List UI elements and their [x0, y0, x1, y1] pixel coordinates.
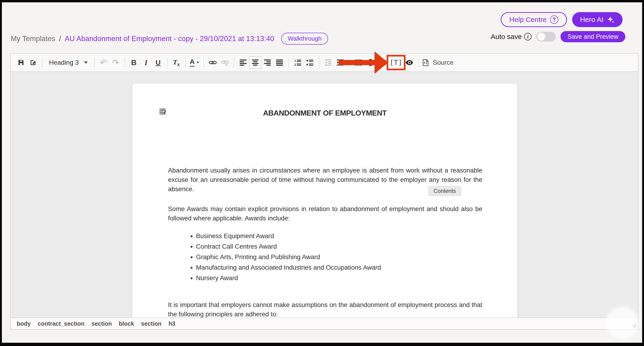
underline-icon[interactable]: U [152, 56, 164, 69]
remove-format-glyph: T [173, 58, 177, 66]
bullet-list-icon[interactable] [304, 56, 316, 69]
obscured-toolbar-icon[interactable] [376, 56, 389, 69]
contents-button[interactable]: Contents [428, 186, 461, 196]
info-circle-icon: i [524, 33, 532, 40]
align-center-icon[interactable] [249, 56, 261, 69]
toolbar-divider [42, 58, 42, 68]
numbered-list-icon[interactable]: 12 [292, 56, 304, 69]
remove-format-sub: x [177, 62, 180, 67]
save-and-preview-button[interactable]: Save and Preview [560, 31, 625, 42]
align-right-icon[interactable] [261, 56, 274, 69]
document-page[interactable]: ABANDONMENT OF EMPLOYMENT Abandonment us… [132, 84, 517, 318]
toolbar-divider [94, 58, 95, 68]
bold-glyph: B [131, 58, 136, 67]
table-icon[interactable] [352, 56, 364, 69]
question-circle-icon: ? [550, 16, 558, 24]
breadcrumb: My Templates / AU Abandonment of Employm… [11, 33, 328, 45]
increase-indent-icon[interactable] [334, 56, 346, 69]
text-color-icon[interactable]: A [188, 56, 201, 69]
toolbar-divider [319, 58, 319, 68]
auto-save-text: Auto save [491, 33, 522, 41]
source-button[interactable]: Source [422, 59, 454, 67]
italic-icon[interactable]: I [140, 56, 152, 69]
template-tag-glyph: [T] [390, 59, 402, 67]
path-item-section-2[interactable]: section [141, 320, 162, 327]
link-icon[interactable] [207, 56, 219, 69]
hero-ai-label: Hero AI [580, 16, 604, 24]
app-window: Help Centre ? Hero AI Auto save i Save a… [2, 2, 642, 343]
header-actions: Help Centre ? Hero AI [501, 12, 622, 27]
preview-eye-icon[interactable] [404, 56, 416, 69]
toolbar-divider [124, 58, 125, 68]
list-item: Contract Call Centres Award [196, 241, 482, 252]
heading-style-selector[interactable]: Heading 3 [45, 59, 92, 66]
text-color-glyph: A [190, 58, 195, 67]
toolbar-divider [288, 58, 289, 68]
editor-canvas: ABANDONMENT OF EMPLOYMENT Abandonment us… [10, 72, 638, 318]
path-item-contract-section[interactable]: contract_section [38, 320, 84, 327]
undo-icon[interactable]: ↶ [98, 56, 110, 69]
toolbar-divider [185, 58, 186, 68]
toolbar-divider [167, 58, 168, 68]
chat-widget-button[interactable] [607, 307, 638, 338]
save-icon[interactable] [15, 56, 27, 69]
heading-style-value: Heading 3 [49, 59, 79, 66]
list-item: Graphic Arts, Printing and Publishing Aw… [196, 252, 482, 262]
help-centre-label: Help Centre [509, 16, 547, 24]
svg-text:2: 2 [294, 63, 296, 66]
toolbar-divider [349, 58, 350, 68]
block-cube-icon[interactable] [364, 56, 376, 69]
editor-toolbar: Heading 3 ↶ ↷ B I U Tx A [10, 53, 638, 72]
remove-format-icon[interactable]: Tx [170, 56, 182, 69]
breadcrumb-current[interactable]: AU Abandonment of Employment - copy - 29… [65, 35, 274, 43]
bold-icon[interactable]: B [128, 56, 140, 69]
auto-save-toggle[interactable] [536, 32, 556, 42]
auto-save-label: Auto save i [491, 33, 532, 41]
italic-glyph: I [144, 58, 147, 67]
unlink-icon[interactable] [219, 56, 231, 69]
toolbar-divider [204, 58, 204, 68]
walkthrough-badge[interactable]: Walkthrough [281, 33, 328, 45]
align-left-icon[interactable] [237, 56, 249, 69]
underline-glyph: U [156, 59, 161, 67]
path-item-h3[interactable]: h3 [168, 320, 175, 327]
paragraph: It is important that employers cannot ma… [168, 300, 482, 318]
breadcrumb-root[interactable]: My Templates [11, 35, 55, 43]
list-item: Nursery Award [196, 273, 482, 283]
path-item-block[interactable]: block [119, 320, 134, 327]
save-controls: Auto save i Save and Preview [491, 31, 625, 42]
chevron-down-icon [196, 62, 199, 64]
sparkle-icon [607, 16, 614, 24]
toggle-knob [537, 33, 545, 41]
toolbar-divider [234, 58, 234, 68]
align-justify-icon[interactable] [274, 56, 286, 69]
decrease-indent-icon[interactable] [322, 56, 334, 69]
document-title: ABANDONMENT OF EMPLOYMENT [132, 109, 517, 117]
svg-text:1: 1 [294, 59, 296, 63]
template-editor: Heading 3 ↶ ↷ B I U Tx A [10, 53, 638, 330]
edit-template-icon[interactable] [27, 56, 39, 69]
awards-list: Business Equipment Award Contract Call C… [168, 231, 482, 283]
list-item: Manufacturing and Associated Industries … [196, 262, 482, 273]
path-item-body[interactable]: body [17, 320, 31, 327]
element-path-bar: body contract_section section block sect… [10, 318, 638, 330]
source-label: Source [433, 59, 454, 66]
breadcrumb-separator: / [59, 35, 61, 43]
help-centre-button[interactable]: Help Centre ? [501, 12, 567, 27]
redo-icon[interactable]: ↷ [110, 56, 122, 69]
list-item: Business Equipment Award [196, 231, 482, 241]
hero-ai-button[interactable]: Hero AI [572, 12, 622, 27]
chevron-down-icon [84, 61, 88, 64]
template-tag-button[interactable]: [T] [389, 56, 404, 69]
paragraph: Some Awards may contain explicit provisi… [168, 204, 482, 223]
path-item-section[interactable]: section [92, 320, 112, 327]
toolbar-divider [418, 58, 419, 68]
